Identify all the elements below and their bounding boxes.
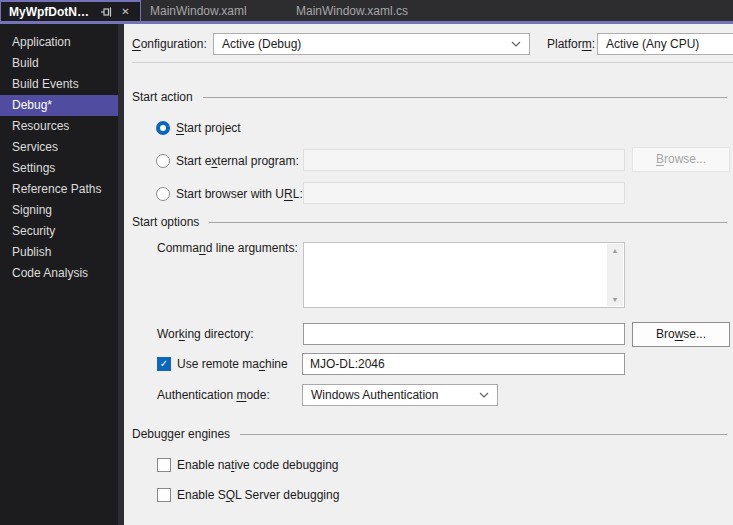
- configuration-dropdown[interactable]: Active (Debug): [213, 33, 530, 55]
- sidebar-item-services[interactable]: Services: [0, 137, 118, 158]
- pin-icon[interactable]: [100, 5, 113, 19]
- sidebar-item-code-analysis[interactable]: Code Analysis: [0, 263, 118, 284]
- platform-value: Active (Any CPU): [606, 37, 699, 51]
- authentication-mode-value: Windows Authentication: [311, 388, 438, 402]
- sidebar-item-resources[interactable]: Resources: [0, 116, 118, 137]
- sidebar-item-application[interactable]: Application: [0, 32, 118, 53]
- start-browser-label: Start browser with URL:: [176, 187, 303, 201]
- sidebar-item-publish[interactable]: Publish: [0, 242, 118, 263]
- enable-native-debugging-label: Enable native code debugging: [177, 458, 338, 472]
- section-divider: [132, 62, 733, 63]
- tab-label: MainWindow.xaml: [150, 4, 247, 18]
- enable-sql-debugging-checkbox[interactable]: [157, 488, 171, 502]
- remote-machine-input[interactable]: [302, 353, 625, 375]
- start-external-radio[interactable]: [156, 154, 170, 168]
- start-options-group-header: Start options: [132, 215, 727, 229]
- group-rule: [240, 434, 727, 435]
- sidebar-item-build-events[interactable]: Build Events: [0, 74, 118, 95]
- property-pages-sidebar: Application Build Build Events Debug* Re…: [0, 24, 124, 525]
- enable-sql-debugging-label: Enable SQL Server debugging: [177, 488, 339, 502]
- working-directory-input[interactable]: [303, 323, 625, 345]
- start-project-label: Start project: [176, 121, 241, 135]
- debugger-engines-group-header: Debugger engines: [132, 427, 727, 441]
- sidebar-item-settings[interactable]: Settings: [0, 158, 118, 179]
- command-line-arguments-textarea[interactable]: ▲ ▼: [303, 242, 625, 308]
- browse-external-button[interactable]: Browse...: [632, 147, 730, 172]
- check-icon: ✓: [160, 358, 168, 369]
- sidebar-item-debug[interactable]: Debug*: [0, 95, 118, 116]
- document-tab-bar: MyWpfDotNetF* ✕ MainWindow.xaml MainWind…: [0, 0, 733, 21]
- scroll-up-icon[interactable]: ▲: [612, 247, 619, 254]
- browse-working-directory-button[interactable]: Browse...: [632, 322, 730, 347]
- configuration-label: Configuration:: [132, 33, 207, 55]
- group-rule: [203, 97, 727, 98]
- tab-mainwindow-xaml-cs[interactable]: MainWindow.xaml.cs: [287, 0, 455, 21]
- use-remote-machine-row: ✓ Use remote machine: [157, 356, 288, 371]
- debugger-engines-title: Debugger engines: [132, 427, 230, 441]
- start-external-label: Start external program:: [176, 154, 299, 168]
- command-line-arguments-label: Command line arguments:: [157, 237, 298, 259]
- working-directory-label: Working directory:: [157, 323, 253, 345]
- debug-page-content: Configuration: Active (Debug) Platform: …: [124, 24, 733, 525]
- configuration-value: Active (Debug): [222, 37, 301, 51]
- sidebar-item-build[interactable]: Build: [0, 53, 118, 74]
- sidebar-item-reference-paths[interactable]: Reference Paths: [0, 179, 118, 200]
- start-action-group-header: Start action: [132, 90, 727, 104]
- platform-dropdown[interactable]: Active (Any CPU): [597, 33, 733, 55]
- tab-label: MyWpfDotNetF*: [9, 5, 94, 19]
- tab-label: MainWindow.xaml.cs: [296, 4, 408, 18]
- start-browser-radio-row: Start browser with URL:: [156, 186, 303, 201]
- sidebar-item-signing[interactable]: Signing: [0, 200, 118, 221]
- enable-sql-debugging-row: Enable SQL Server debugging: [157, 487, 339, 502]
- browser-url-input[interactable]: [303, 182, 625, 204]
- main-area: Application Build Build Events Debug* Re…: [0, 24, 733, 525]
- use-remote-machine-checkbox[interactable]: ✓: [157, 357, 171, 371]
- authentication-mode-label: Authentication mode:: [157, 384, 270, 406]
- close-icon[interactable]: ✕: [119, 5, 132, 19]
- textarea-scrollbar[interactable]: ▲ ▼: [607, 244, 623, 306]
- group-rule: [209, 222, 727, 223]
- start-action-title: Start action: [132, 90, 193, 104]
- start-project-radio[interactable]: [156, 121, 170, 135]
- tab-mainwindow-xaml[interactable]: MainWindow.xaml: [141, 0, 287, 21]
- chevron-down-icon: [511, 41, 521, 47]
- start-options-title: Start options: [132, 215, 199, 229]
- tab-project-properties[interactable]: MyWpfDotNetF* ✕: [0, 0, 141, 21]
- start-project-radio-row: Start project: [156, 120, 241, 135]
- start-external-radio-row: Start external program:: [156, 153, 299, 168]
- sidebar-item-security[interactable]: Security: [0, 221, 118, 242]
- external-program-input[interactable]: [303, 149, 625, 171]
- authentication-mode-dropdown[interactable]: Windows Authentication: [302, 384, 498, 406]
- use-remote-machine-label: Use remote machine: [177, 357, 288, 371]
- chevron-down-icon: [479, 392, 489, 398]
- enable-native-debugging-row: Enable native code debugging: [157, 457, 338, 472]
- enable-native-debugging-checkbox[interactable]: [157, 458, 171, 472]
- scroll-down-icon[interactable]: ▼: [612, 296, 619, 303]
- platform-label: Platform:: [547, 33, 595, 55]
- start-browser-radio[interactable]: [156, 187, 170, 201]
